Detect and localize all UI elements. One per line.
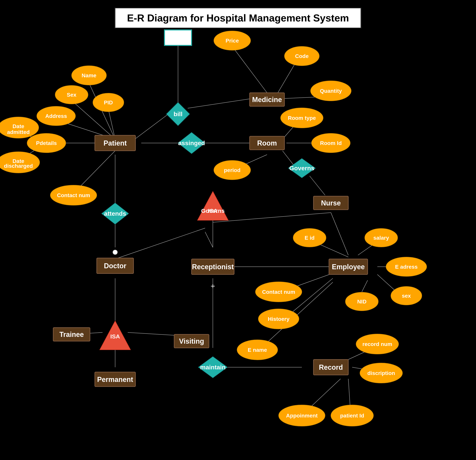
svg-text:Code: Code bbox=[295, 53, 309, 59]
attr-code: Code bbox=[284, 46, 319, 66]
svg-line-30 bbox=[205, 232, 213, 247]
svg-text:Employee: Employee bbox=[332, 263, 365, 271]
relationship-attends: attends bbox=[102, 203, 129, 224]
attr-sex: Sex bbox=[55, 85, 88, 104]
attr-room-type: Room type bbox=[280, 108, 323, 128]
attr-pdetails: Pdetails bbox=[27, 133, 66, 153]
entity-record: Record bbox=[314, 360, 348, 375]
svg-line-10 bbox=[188, 99, 252, 108]
isa-doctor-label: ISA bbox=[110, 333, 120, 340]
attr-e-id: E id bbox=[293, 229, 326, 247]
svg-text:period: period bbox=[224, 167, 240, 173]
svg-line-28 bbox=[213, 213, 331, 222]
entity-nurse: Nurse bbox=[314, 196, 348, 210]
svg-line-4 bbox=[108, 109, 115, 139]
svg-line-46 bbox=[348, 379, 350, 408]
svg-text:E adress: E adress bbox=[395, 264, 418, 270]
relationship-maintain: maintain bbox=[198, 357, 227, 378]
relationship-bill: bill bbox=[166, 102, 190, 126]
relationship-assinged: assinged bbox=[178, 132, 205, 154]
attr-contact-num-patient: Contact num bbox=[50, 185, 97, 205]
entity-doctor: Doctor bbox=[97, 258, 134, 273]
svg-text:Record: Record bbox=[319, 363, 343, 371]
relationship-governs: Governs bbox=[288, 158, 315, 178]
svg-text:E id: E id bbox=[305, 235, 314, 241]
entity-permanent: Permanent bbox=[95, 372, 136, 386]
svg-text:discharged: discharged bbox=[4, 163, 33, 169]
svg-text:Quantity: Quantity bbox=[320, 88, 342, 94]
entity-medicine: Medicine bbox=[250, 93, 284, 106]
svg-line-11 bbox=[232, 46, 267, 93]
attr-name: Name bbox=[72, 66, 106, 85]
svg-text:Room: Room bbox=[257, 139, 277, 147]
isa-triangle-top: Governs bbox=[197, 191, 228, 220]
attr-sex-employee: sex bbox=[391, 287, 422, 305]
attr-room-id: Room Id bbox=[312, 133, 350, 153]
attr-discription: discription bbox=[360, 363, 402, 383]
svg-line-20 bbox=[310, 176, 325, 195]
svg-text:maintain: maintain bbox=[200, 364, 226, 371]
svg-text:Governs: Governs bbox=[289, 165, 314, 172]
svg-text:Receptionist: Receptionist bbox=[192, 263, 234, 271]
svg-line-12 bbox=[277, 62, 296, 95]
anonymous-entity bbox=[164, 30, 192, 45]
svg-text:Room type: Room type bbox=[288, 115, 316, 121]
svg-text:Contact num: Contact num bbox=[262, 289, 295, 295]
svg-text:Price: Price bbox=[226, 38, 239, 44]
title-box: E-R Diagram for Hospital Management Syst… bbox=[115, 8, 361, 28]
svg-text:Patient: Patient bbox=[103, 139, 127, 147]
attr-pid: PID bbox=[93, 93, 124, 112]
svg-text:sex: sex bbox=[402, 293, 411, 299]
svg-text:Pdetails: Pdetails bbox=[36, 140, 57, 146]
svg-text:patient Id: patient Id bbox=[340, 413, 364, 419]
svg-text:Name: Name bbox=[82, 73, 96, 78]
svg-text:PID: PID bbox=[104, 99, 113, 106]
attr-appoinment: Appoinment bbox=[279, 405, 325, 426]
svg-line-45 bbox=[308, 379, 340, 410]
attr-price: Price bbox=[214, 31, 251, 50]
attr-date-discharged: Date discharged bbox=[0, 152, 40, 173]
svg-text:Nurse: Nurse bbox=[321, 199, 341, 207]
attr-period: period bbox=[214, 160, 251, 180]
svg-text:Visiting: Visiting bbox=[179, 337, 204, 345]
svg-text:Medicine: Medicine bbox=[252, 96, 282, 104]
svg-text:E name: E name bbox=[248, 347, 267, 353]
svg-text:attends: attends bbox=[104, 210, 126, 217]
attr-histoery: Histoery bbox=[258, 309, 299, 329]
attr-salary: salary bbox=[365, 229, 398, 247]
svg-text:NID: NID bbox=[357, 299, 366, 305]
svg-text:Doctor: Doctor bbox=[104, 262, 126, 270]
svg-text:assinged: assinged bbox=[178, 140, 205, 147]
svg-text:Address: Address bbox=[45, 113, 67, 119]
attr-patient-id: patient Id bbox=[331, 405, 374, 426]
svg-text:Contact num: Contact num bbox=[57, 192, 90, 198]
entity-receptionist: Receptionist bbox=[192, 259, 234, 274]
er-diagram: Patient Medicine Room Nurse Doctor Emplo… bbox=[0, 0, 476, 460]
svg-line-37 bbox=[362, 280, 368, 292]
attr-date-admitted: Date admitted bbox=[0, 117, 39, 138]
svg-text:Room Id: Room Id bbox=[320, 140, 342, 146]
svg-text:Permanent: Permanent bbox=[97, 376, 133, 384]
svg-text:Date: Date bbox=[13, 123, 24, 129]
svg-text:Histoery: Histoery bbox=[268, 316, 289, 322]
diagram-title: E-R Diagram for Hospital Management Syst… bbox=[127, 12, 349, 24]
svg-text:discription: discription bbox=[367, 370, 395, 376]
attr-e-address: E adress bbox=[386, 257, 427, 276]
attr-contact-num-employee: Contact num bbox=[255, 282, 302, 302]
svg-line-29 bbox=[115, 228, 205, 259]
attr-record-num: record num bbox=[356, 334, 399, 354]
svg-text:record num: record num bbox=[362, 341, 392, 347]
entity-employee: Employee bbox=[329, 259, 368, 274]
entity-patient: Patient bbox=[95, 135, 136, 151]
receptionist-plus: + bbox=[211, 282, 215, 290]
attr-nid: NID bbox=[345, 292, 378, 311]
svg-text:admitted: admitted bbox=[7, 129, 30, 135]
entity-visiting: Visiting bbox=[174, 334, 209, 348]
entity-room: Room bbox=[250, 136, 284, 150]
attends-marker bbox=[113, 250, 118, 255]
svg-text:salary: salary bbox=[374, 235, 389, 241]
attr-address: Address bbox=[37, 106, 76, 126]
attr-e-name: E name bbox=[237, 340, 278, 360]
isa-top-label: ISA bbox=[208, 208, 218, 214]
svg-text:Trainee: Trainee bbox=[60, 330, 84, 338]
